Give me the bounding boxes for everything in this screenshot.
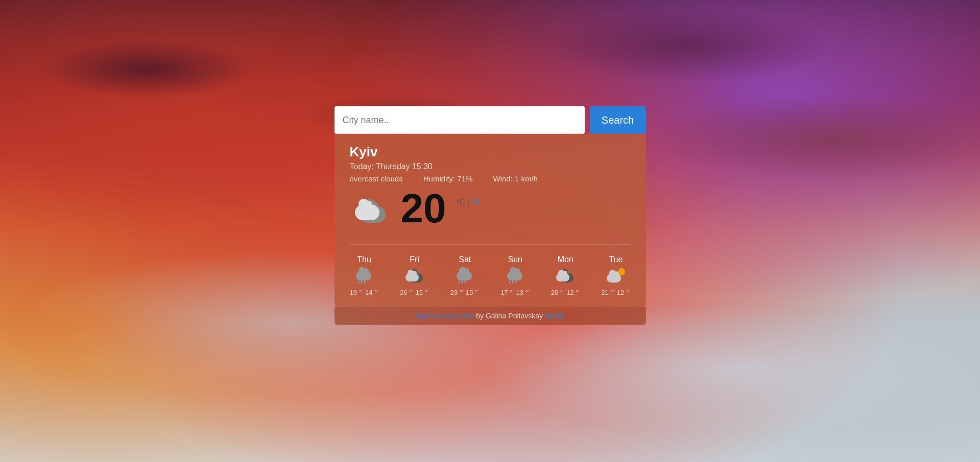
forecast-thu: Thu 19 °◦ 14 °◦ <box>350 255 379 296</box>
day-name-thu: Thu <box>357 255 371 264</box>
rain-drops-sat <box>459 281 466 284</box>
forecast-icon-tue <box>606 268 626 284</box>
forecast-temps-tue: 21 °◦ 12 °◦ <box>601 288 630 296</box>
humidity: Humidity: 71% <box>423 174 473 183</box>
cloud-front <box>355 204 379 220</box>
day-name-fri: Fri <box>410 255 419 264</box>
weather-details: overcast clouds Humidity: 71% Wind: 1 km… <box>350 174 631 183</box>
forecast-temps-sat: 23 °◦ 15 °◦ <box>450 288 480 296</box>
cloud-w-tue <box>607 274 621 283</box>
city-name: Kyiv <box>350 144 631 160</box>
forecast-icon-fri <box>404 268 425 284</box>
cloud-front-fri <box>405 273 419 282</box>
main-temp-row: 20 °C | °F <box>355 188 631 229</box>
weather-app-container: Search Kyiv Today: Thursday 15:30 overca… <box>334 106 646 325</box>
celsius-label: °C <box>456 198 465 207</box>
day-name-tue: Tue <box>609 255 623 264</box>
day-name-mon: Mon <box>558 255 573 264</box>
unit-separator: | <box>468 198 472 207</box>
forecast-sun: Sun 17 °◦ 13 °◦ <box>500 255 530 296</box>
forecast-mon: Mon 20 °◦ 12 °◦ <box>551 255 580 296</box>
forecast-temps-thu: 19 °◦ 14 °◦ <box>350 288 379 296</box>
temperature-display: 20 <box>401 188 446 229</box>
forecast-tue: Tue 21 °◦ 12 °◦ <box>601 255 630 296</box>
forecast-sat: Sat 23 °◦ 15 °◦ <box>450 255 480 296</box>
cloud-body <box>356 271 371 281</box>
cloud-body-sun <box>507 271 522 281</box>
rain-drop <box>361 281 362 284</box>
forecast-temps-mon: 20 °◦ 12 °◦ <box>551 288 580 296</box>
rain-drops <box>358 281 365 284</box>
rain-drops-sun <box>509 281 516 284</box>
rain-drop <box>458 281 460 284</box>
rain-drop <box>509 281 510 284</box>
search-input[interactable] <box>334 106 585 134</box>
fahrenheit-link[interactable]: °F <box>472 198 481 207</box>
forecast-icon-thu <box>354 268 374 284</box>
search-button[interactable]: Search <box>590 106 646 134</box>
forecast-row: Thu 19 °◦ 14 °◦ Fri 26 ° <box>350 244 631 296</box>
day-name-sat: Sat <box>459 255 471 264</box>
rain-drop <box>515 281 516 284</box>
weather-description: overcast clouds <box>350 174 403 183</box>
footer: Open-source code by Galina Poltavskay Ne… <box>334 307 646 325</box>
rain-drop <box>357 281 359 284</box>
cloud-body-sat <box>457 271 472 281</box>
temperature-units: °C | °F <box>456 198 480 207</box>
cloud-front-mon <box>556 273 569 282</box>
footer-text: by Galina Poltavskay <box>476 312 545 320</box>
forecast-fri: Fri 26 °◦ 15 °◦ <box>400 255 429 296</box>
wind: Wind: 1 km/h <box>493 174 538 183</box>
forecast-temps-fri: 26 °◦ 15 °◦ <box>400 288 429 296</box>
rain-drop <box>461 281 463 284</box>
forecast-temps-sun: 17 °◦ 13 °◦ <box>500 288 530 296</box>
day-name-sun: Sun <box>508 255 522 264</box>
today-info: Today: Thursday 15:30 <box>350 162 631 171</box>
forecast-icon-mon <box>555 268 576 284</box>
rain-drop <box>512 281 513 284</box>
forecast-icon-sun <box>505 268 525 284</box>
open-source-link[interactable]: Open-source code <box>415 312 474 320</box>
rain-drop <box>464 281 466 284</box>
weather-icon-main <box>355 194 391 222</box>
netlify-link[interactable]: Netlify <box>545 312 565 320</box>
search-row: Search <box>334 106 646 134</box>
forecast-icon-sat <box>455 268 475 284</box>
weather-card: Kyiv Today: Thursday 15:30 overcast clou… <box>334 134 646 307</box>
rain-drop <box>364 281 365 284</box>
